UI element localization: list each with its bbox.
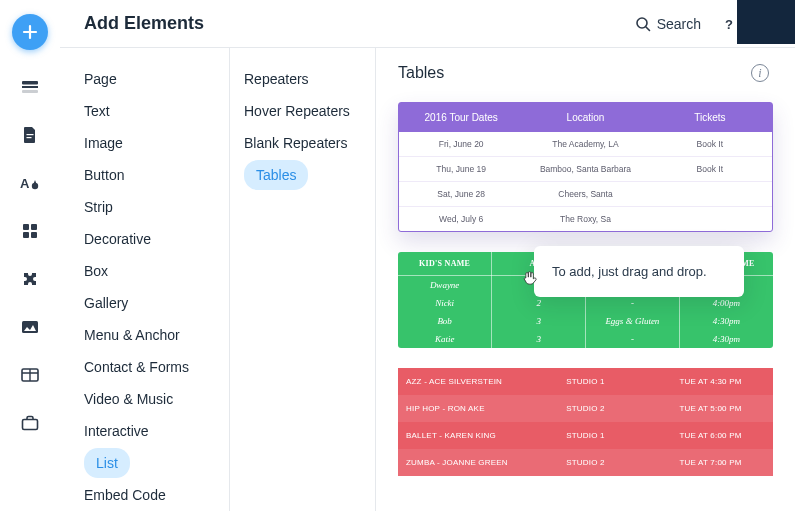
panel-title: Add Elements [84, 13, 617, 34]
table-row: AZZ - ACE SILVERSTEINSTUDIO 1TUE AT 4:30… [398, 368, 773, 395]
category-item[interactable]: Page [84, 64, 229, 94]
table-cell: Eggs & Gluten [586, 312, 680, 330]
table-header-cell: ALLERGIES [586, 252, 680, 276]
table-row: Wed, July 6The Roxy, Sa [399, 207, 772, 232]
category-item[interactable]: Button [84, 160, 229, 190]
table-cell [648, 207, 772, 232]
table-header-cell: PICKUP TIME [679, 252, 773, 276]
table-cell: HIP HOP - RON AKE [398, 395, 523, 422]
add-button[interactable] [12, 14, 48, 50]
table-row: Nicki2-4:00pm [398, 294, 773, 312]
category-item[interactable]: Menu & Anchor [84, 320, 229, 350]
category-list: PageTextImageButtonStripDecorativeBoxGal… [60, 48, 230, 511]
svg-rect-13 [22, 420, 37, 430]
table-cell: ZUMBA - JOANNE GREEN [398, 449, 523, 476]
help-icon: ? [722, 17, 736, 31]
table-cell: Sat, June 28 [399, 182, 523, 207]
svg-rect-11 [22, 321, 38, 333]
table-row: BALLET - KAREN KINGSTUDIO 1TUE AT 6:00 P… [398, 422, 773, 449]
page-icon[interactable] [19, 124, 41, 146]
table-preview-tour-dates[interactable]: 2016 Tour DatesLocationTickets Fri, June… [398, 102, 773, 232]
section-icon[interactable] [19, 76, 41, 98]
table-cell: Dwayne [398, 276, 492, 295]
category-item[interactable]: Image [84, 128, 229, 158]
subcategory-item[interactable]: Blank Repeaters [244, 128, 375, 158]
svg-text:?: ? [725, 17, 733, 31]
category-item[interactable]: Box [84, 256, 229, 286]
category-item[interactable]: Video & Music [84, 384, 229, 414]
table-row: Katie3-4:30pm [398, 330, 773, 348]
table-cell: AZZ - ACE SILVERSTEIN [398, 368, 523, 395]
category-item[interactable]: Strip [84, 192, 229, 222]
table-cell: - [586, 294, 680, 312]
table-cell: The Academy, LA [523, 132, 647, 157]
table-cell: 2 [492, 276, 586, 295]
table-cell: Kale [586, 276, 680, 295]
table-cell: - [586, 330, 680, 348]
table-cell: TUE AT 7:00 PM [648, 449, 773, 476]
table-icon[interactable] [19, 364, 41, 386]
subcategory-item[interactable]: Tables [244, 160, 308, 190]
table-row: Fri, June 20The Academy, LABook It [399, 132, 772, 157]
help-button[interactable]: ? [719, 14, 739, 34]
table-row: Bob3Eggs & Gluten4:30pm [398, 312, 773, 330]
table-cell: TUE AT 5:00 PM [648, 395, 773, 422]
grid-icon[interactable] [19, 220, 41, 242]
table-header-cell: Location [523, 103, 647, 132]
category-item[interactable]: Gallery [84, 288, 229, 318]
category-item[interactable]: List [84, 448, 130, 478]
search-label: Search [657, 16, 701, 32]
subcategory-list: RepeatersHover RepeatersBlank RepeatersT… [230, 48, 376, 511]
info-icon[interactable]: i [751, 64, 769, 82]
table-cell [648, 182, 772, 207]
table-cell: Book It [648, 132, 772, 157]
svg-rect-8 [31, 224, 37, 230]
svg-rect-7 [23, 224, 29, 230]
app-root: A Add Elements Search [0, 0, 795, 511]
category-item[interactable]: Text [84, 96, 229, 126]
section-title-row: Tables i [398, 64, 773, 82]
search-icon [635, 16, 651, 32]
table-cell: TUE AT 4:30 PM [648, 368, 773, 395]
table-cell: Katie [398, 330, 492, 348]
table-cell: 2 [492, 294, 586, 312]
plus-icon [22, 24, 38, 40]
svg-rect-4 [26, 137, 31, 138]
svg-text:A: A [20, 176, 30, 191]
table-cell: 3:30pm [679, 276, 773, 295]
table-row: Dwayne2Kale3:30pm [398, 276, 773, 295]
table-cell: Bob [398, 312, 492, 330]
category-item[interactable]: Decorative [84, 224, 229, 254]
svg-rect-1 [22, 86, 38, 88]
section-title: Tables [398, 64, 444, 82]
svg-rect-2 [22, 90, 38, 93]
table-preview-kids[interactable]: KID'S NAMEAGEALLERGIESPICKUP TIME Dwayne… [398, 252, 773, 348]
font-icon[interactable]: A [19, 172, 41, 194]
category-item[interactable]: Embed Code [84, 480, 229, 510]
canvas-stub [737, 0, 795, 44]
table-row: ZUMBA - JOANNE GREENSTUDIO 2TUE AT 7:00 … [398, 449, 773, 476]
table-cell: TUE AT 6:00 PM [648, 422, 773, 449]
svg-rect-0 [22, 81, 38, 85]
briefcase-icon[interactable] [19, 412, 41, 434]
columns: PageTextImageButtonStripDecorativeBoxGal… [60, 48, 795, 511]
table-cell: STUDIO 1 [523, 368, 648, 395]
subcategory-item[interactable]: Repeaters [244, 64, 375, 94]
table-cell: BALLET - KAREN KING [398, 422, 523, 449]
table-cell: STUDIO 2 [523, 449, 648, 476]
table-row: Thu, June 19Bamboo, Santa BarbaraBook It [399, 157, 772, 182]
puzzle-icon[interactable] [19, 268, 41, 290]
table-preview-classes[interactable]: AZZ - ACE SILVERSTEINSTUDIO 1TUE AT 4:30… [398, 368, 773, 476]
svg-rect-3 [26, 134, 33, 135]
image-icon[interactable] [19, 316, 41, 338]
table-row: Sat, June 28Cheers, Santa [399, 182, 772, 207]
panel: Add Elements Search ? Page [60, 0, 795, 511]
category-item[interactable]: Interactive [84, 416, 229, 446]
table-cell: STUDIO 2 [523, 395, 648, 422]
category-item[interactable]: Contact & Forms [84, 352, 229, 382]
subcategory-item[interactable]: Hover Repeaters [244, 96, 375, 126]
search-button[interactable]: Search [635, 16, 701, 32]
table-cell: Thu, June 19 [399, 157, 523, 182]
table-cell: STUDIO 1 [523, 422, 648, 449]
table-cell: Bamboo, Santa Barbara [523, 157, 647, 182]
